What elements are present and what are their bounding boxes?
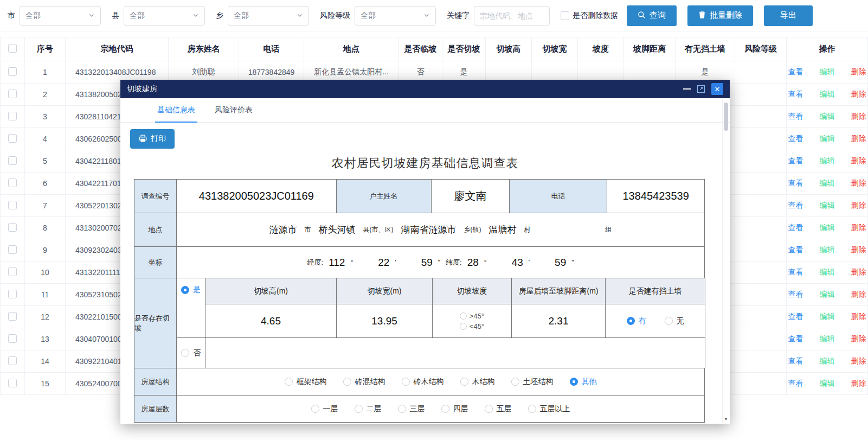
modal-titlebar[interactable]: 切坡建房 ✕: [120, 80, 730, 98]
row-checkbox[interactable]: [8, 223, 17, 232]
row-checkbox[interactable]: [8, 112, 17, 120]
row-action-edit[interactable]: 编辑: [820, 112, 835, 122]
radio-option[interactable]: 其他: [570, 377, 597, 387]
row-checkbox[interactable]: [8, 245, 17, 254]
tab-basic-info[interactable]: 基础信息表: [157, 98, 195, 122]
radio-option[interactable]: 四层: [441, 404, 468, 414]
radio-option[interactable]: >45°: [460, 312, 484, 320]
row-action-delete[interactable]: 删除: [851, 156, 866, 166]
query-button[interactable]: 查询: [627, 5, 677, 26]
radio-label: 木结构: [472, 377, 495, 387]
deleted-data-checkbox[interactable]: [561, 11, 569, 20]
radio-option[interactable]: 土坯结构: [511, 377, 554, 387]
row-action-delete[interactable]: 删除: [851, 223, 866, 233]
print-button[interactable]: 打印: [130, 129, 175, 149]
row-action-delete[interactable]: 删除: [851, 134, 866, 144]
row-action-delete[interactable]: 删除: [851, 290, 866, 299]
radio-option[interactable]: 无: [665, 316, 684, 326]
row-action-edit[interactable]: 编辑: [820, 178, 835, 188]
scrollbar-thumb[interactable]: [724, 103, 728, 131]
row-action-delete[interactable]: 删除: [851, 379, 866, 388]
row-action-edit[interactable]: 编辑: [820, 290, 835, 299]
radio-option[interactable]: 有: [627, 316, 646, 326]
row-action-edit[interactable]: 编辑: [820, 312, 835, 322]
radio-option[interactable]: 砖混结构: [343, 377, 385, 387]
scrollbar-down-arrow[interactable]: ▼: [723, 417, 729, 422]
row-action-edit[interactable]: 编辑: [820, 245, 835, 255]
row-action-delete[interactable]: 删除: [851, 178, 866, 188]
row-action-view[interactable]: 查看: [788, 90, 803, 99]
maximize-icon[interactable]: [697, 85, 705, 93]
close-icon[interactable]: ✕: [711, 83, 723, 95]
row-action-view[interactable]: 查看: [788, 178, 803, 188]
row-action-edit[interactable]: 编辑: [820, 267, 835, 277]
row-action-delete[interactable]: 删除: [851, 90, 866, 99]
radio-option[interactable]: 是: [181, 285, 201, 295]
row-action-edit[interactable]: 编辑: [820, 379, 835, 388]
row-action-edit[interactable]: 编辑: [820, 156, 835, 166]
row-action-delete[interactable]: 删除: [851, 112, 866, 122]
row-action-edit[interactable]: 编辑: [820, 67, 835, 77]
row-action-delete[interactable]: 删除: [851, 312, 866, 322]
row-action-view[interactable]: 查看: [788, 134, 803, 144]
row-checkbox[interactable]: [8, 134, 17, 143]
minimize-icon[interactable]: [683, 88, 691, 90]
row-action-delete[interactable]: 删除: [851, 356, 866, 366]
radio-option[interactable]: 框架结构: [285, 377, 327, 387]
row-action-view[interactable]: 查看: [788, 245, 803, 255]
row-action-delete[interactable]: 删除: [851, 67, 866, 77]
row-action-edit[interactable]: 编辑: [820, 334, 835, 344]
radio-option[interactable]: 砖木结构: [402, 377, 444, 387]
row-checkbox[interactable]: [8, 267, 17, 276]
county-select[interactable]: 全部: [124, 6, 205, 25]
row-action-edit[interactable]: 编辑: [820, 90, 835, 99]
row-checkbox[interactable]: [8, 334, 17, 343]
row-action-edit[interactable]: 编辑: [820, 356, 835, 366]
row-checkbox[interactable]: [8, 379, 17, 387]
tab-risk-eval[interactable]: 风险评价表: [215, 98, 253, 122]
row-action-view[interactable]: 查看: [788, 356, 803, 366]
row-checkbox[interactable]: [8, 201, 17, 209]
row-action-edit[interactable]: 编辑: [820, 223, 835, 233]
row-action-view[interactable]: 查看: [788, 290, 803, 299]
keyword-input[interactable]: [474, 6, 550, 25]
row-action-edit[interactable]: 编辑: [820, 201, 835, 211]
radio-option[interactable]: 三层: [398, 404, 425, 414]
row-checkbox[interactable]: [8, 156, 17, 165]
row-action-view[interactable]: 查看: [788, 112, 803, 122]
row-checkbox[interactable]: [8, 312, 17, 321]
row-action-delete[interactable]: 删除: [851, 334, 866, 344]
select-all-checkbox[interactable]: [8, 44, 17, 53]
row-action-edit[interactable]: 编辑: [820, 134, 835, 144]
radio-option[interactable]: 五层以上: [528, 404, 570, 414]
row-checkbox[interactable]: [8, 178, 17, 187]
radio-option[interactable]: 木结构: [460, 377, 495, 387]
row-action-view[interactable]: 查看: [788, 67, 803, 77]
radio-option[interactable]: 一层: [311, 404, 338, 414]
radio-option[interactable]: 五层: [485, 404, 512, 414]
row-action-delete[interactable]: 删除: [851, 201, 866, 211]
row-checkbox[interactable]: [8, 67, 17, 76]
row-action-view[interactable]: 查看: [788, 156, 803, 166]
modal-scrollbar[interactable]: ▼: [722, 99, 729, 423]
row-action-delete[interactable]: 删除: [851, 245, 866, 255]
row-action-view[interactable]: 查看: [788, 201, 803, 211]
row-action-view[interactable]: 查看: [788, 379, 803, 388]
township-select[interactable]: 全部: [228, 6, 309, 25]
risk-level-select[interactable]: 全部: [355, 6, 436, 25]
radio-option[interactable]: <45°: [460, 322, 484, 330]
row-action-view[interactable]: 查看: [788, 334, 803, 344]
city-select[interactable]: 全部: [20, 6, 101, 25]
radio-option[interactable]: 二层: [355, 404, 382, 414]
radio-option[interactable]: 否: [181, 348, 201, 358]
row-actions: 查看编辑删除: [787, 290, 867, 299]
row-checkbox[interactable]: [8, 90, 17, 98]
row-action-view[interactable]: 查看: [788, 312, 803, 322]
batch-delete-button[interactable]: 批量删除: [687, 5, 753, 26]
row-checkbox[interactable]: [8, 356, 17, 365]
export-button[interactable]: 导出: [764, 5, 813, 26]
row-action-delete[interactable]: 删除: [851, 267, 866, 277]
row-action-view[interactable]: 查看: [788, 267, 803, 277]
row-action-view[interactable]: 查看: [788, 223, 803, 233]
row-checkbox[interactable]: [8, 290, 17, 298]
